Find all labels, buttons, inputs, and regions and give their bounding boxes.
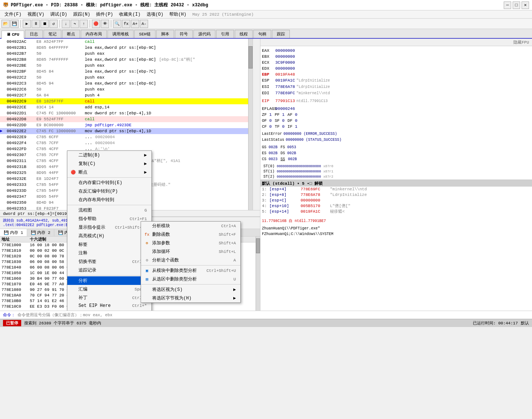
tab-source[interactable]: 源代码 bbox=[193, 30, 215, 38]
disasm-row[interactable]: 004922C3 8D45 94 lea eax,dword ptr ss:[e… bbox=[0, 80, 248, 86]
tab-seh[interactable]: SEH链 bbox=[134, 30, 156, 38]
tab-memory-layout[interactable]: 内存布局 bbox=[81, 30, 107, 38]
sub-view-sel-as[interactable]: 将选区视为(S) ▶ bbox=[141, 285, 240, 294]
sub-remove-type-sel[interactable]: ▤ 从选区中删除类型分析 U bbox=[141, 275, 240, 283]
tb-stepover[interactable]: ↷ bbox=[71, 20, 79, 28]
fpu-text: 隐藏FPU bbox=[513, 40, 529, 45]
menu-file[interactable]: 文件(F) bbox=[1, 10, 25, 18]
tb-watch[interactable]: 👁 bbox=[101, 20, 109, 28]
tb-fx[interactable]: fx bbox=[122, 20, 130, 28]
sub-analyze-func[interactable]: ⚙ 分析这个函数 A bbox=[141, 256, 240, 264]
ctx-patch[interactable]: 补丁 Ctrl+P bbox=[67, 293, 151, 302]
tab-threads[interactable]: 线程 bbox=[235, 30, 253, 38]
disasm-scrollbar[interactable] bbox=[248, 39, 253, 210]
ctx-breakpoint[interactable]: 🔴 断点 ▶ bbox=[67, 168, 151, 177]
menu-favorites[interactable]: 收藏夹(I) bbox=[116, 10, 144, 18]
menu-options[interactable]: 选项(O) bbox=[144, 10, 167, 18]
minimize-button[interactable]: ─ bbox=[504, 1, 511, 9]
tb-search[interactable]: 🔍 bbox=[113, 20, 121, 28]
ctx-highlight[interactable]: 高亮模式(H) H bbox=[67, 232, 151, 240]
disasm-row[interactable]: 004922F4 C785 7CFF ...00020004 bbox=[0, 140, 248, 146]
disasm-row[interactable]: 004922B1 8D85 64FFFFFF lea eax,dword ptr… bbox=[0, 45, 248, 51]
tab-symbols[interactable]: 符号 bbox=[175, 30, 193, 38]
tb-font-larger[interactable]: A+ bbox=[131, 20, 139, 28]
disasm-row[interactable]: 004922DD E9 BC000000 jmp pdftiger.4923DE bbox=[0, 122, 248, 128]
row-instr: call bbox=[85, 39, 248, 45]
sub-add-loop[interactable]: 添加循环 Shift+L bbox=[141, 247, 240, 256]
disasm-row[interactable]: 004922CE 83C4 14 add esp,14 bbox=[0, 104, 248, 110]
sub-remove-type-module[interactable]: ▣ 从模块中删除类型分析 Ctrl+Shift+U bbox=[141, 266, 240, 275]
ctx-binary[interactable]: 二进制(B) ▶ bbox=[67, 151, 151, 159]
ctx-comment[interactable]: 注释 ; bbox=[67, 249, 151, 257]
ctx-label[interactable]: 标签 ▶ bbox=[67, 240, 151, 249]
disasm-row[interactable]: 004922C9 E8 1825F7FF call bbox=[0, 98, 248, 104]
tab-handles[interactable]: 句柄 bbox=[253, 30, 271, 38]
ctx-copy[interactable]: 复制(C) ▶ bbox=[67, 159, 151, 168]
ctx-show-hint[interactable]: 显示指令提示 Ctrl+Shift+F1 bbox=[67, 223, 151, 232]
mem-scrollbar[interactable] bbox=[256, 237, 260, 311]
list-item: 1: [esp+4] 778E69FC "minkernel\\ntd bbox=[260, 187, 532, 192]
tabbar: 🖥 CPU 日志 笔记 断点 内存布局 调用堆栈 SEH链 脚本 符号 源代码 … bbox=[0, 29, 532, 39]
sub-view-sel-bytes-as[interactable]: 将选区字节视为(H) ▶ bbox=[141, 294, 240, 302]
tab-cpu[interactable]: 🖥 CPU bbox=[1, 31, 24, 39]
tab-breakpoints[interactable]: 断点 bbox=[62, 30, 80, 38]
disasm-row[interactable]: 004922D8 E9 5524F7FF call bbox=[0, 116, 248, 122]
disasm-row[interactable]: 004922C6 50 push eax bbox=[0, 86, 248, 92]
mem-tab-2[interactable]: 💾 内存 2 bbox=[27, 229, 54, 236]
disasm-row[interactable]: 004922D1 C745 FC 1D000000 mov dword ptr … bbox=[0, 110, 248, 116]
menu-debug[interactable]: 调试(D) bbox=[47, 10, 70, 18]
disasm-row[interactable]: ► 004922E2 C745 FC 1D000000 mov dword pt… bbox=[0, 128, 248, 134]
sub-analyze-module[interactable]: 分析模块 Ctrl+A bbox=[141, 222, 240, 230]
command-input[interactable] bbox=[17, 313, 529, 317]
sub-al-label: 添加循环 bbox=[152, 248, 170, 255]
tab-references[interactable]: 引用 bbox=[216, 30, 234, 38]
tb-save[interactable]: 💾 bbox=[10, 20, 19, 28]
tb-run[interactable]: ▶ bbox=[23, 20, 31, 28]
ctx-assemble[interactable]: 汇编 Space bbox=[67, 285, 151, 293]
sub-remove-func[interactable]: fx 删除函数 Shift+F bbox=[141, 230, 240, 239]
ctx-goto-disasm[interactable]: 在反汇编中转到(P) bbox=[67, 187, 151, 196]
ctx-toggle-bookmark[interactable]: 切换书签 Ctrl+D bbox=[67, 257, 151, 266]
menu-view[interactable]: 视图(V) bbox=[25, 10, 48, 18]
tb-font-smaller[interactable]: A- bbox=[140, 20, 148, 28]
disasm-row[interactable]: 004922B7 50 push eax bbox=[0, 51, 248, 57]
mem-tab-2-label: 内存 2 bbox=[37, 230, 50, 235]
tab-script[interactable]: 脚本 bbox=[156, 30, 174, 38]
tb-open[interactable]: 📂 bbox=[1, 20, 10, 28]
tb-stepinto[interactable]: ↓ bbox=[62, 20, 70, 28]
tab-notes[interactable]: 笔记 bbox=[44, 30, 61, 38]
ctx-trace-record[interactable]: 追踪记录 ▶ bbox=[67, 266, 151, 274]
disasm-row[interactable]: 004922C7 6A 04 push 4 bbox=[0, 92, 248, 98]
fpu-label[interactable]: 隐藏FPU bbox=[260, 39, 532, 46]
ctx-new-thread[interactable]: 新建线程于此 bbox=[67, 310, 151, 311]
ctx-goto-memlayout[interactable]: 在内存布局中转到 bbox=[67, 196, 151, 204]
stack-header: 默认 (stdcall) ▾ 5 ▪□ 解锁 bbox=[260, 180, 532, 187]
disasm-row[interactable]: 004922B8 8D85 74FFFFFF lea eax,dword ptr… bbox=[0, 57, 248, 63]
tb-stop[interactable]: ⏹ bbox=[41, 20, 49, 28]
mem-tab-1[interactable]: 💾 内存 1 bbox=[0, 229, 27, 236]
ctx-goto-memory[interactable]: 在内存窗口中转到(E) bbox=[67, 178, 151, 187]
tab-trace[interactable]: 跟踪 bbox=[272, 30, 290, 38]
disasm-row[interactable]: 004922BE 50 push eax bbox=[0, 63, 248, 69]
disasm-row[interactable]: 004922BF 8D45 84 lea eax,dword ptr ss:[e… bbox=[0, 69, 248, 74]
ctx-instr-help[interactable]: 指令帮助 Ctrl+F1 bbox=[67, 215, 151, 223]
tab-callstack[interactable]: 调用堆栈 bbox=[108, 30, 134, 38]
disasm-row[interactable]: 004922E9 C785 6CFF ...00020004 bbox=[0, 134, 248, 140]
sub-add-param[interactable]: ⊕ 添加参数 Shift+A bbox=[141, 239, 240, 247]
tb-breakpoint[interactable]: 🔴 bbox=[92, 20, 100, 28]
ctx-flowgraph[interactable]: 流程图 G bbox=[67, 206, 151, 215]
disasm-row[interactable]: 004922C2 50 push eax bbox=[0, 74, 248, 80]
tb-stepout[interactable]: ↑ bbox=[80, 20, 88, 28]
menu-trace[interactable]: 跟踪(N) bbox=[70, 10, 93, 18]
ctx-analyze[interactable]: 分析 ▶ bbox=[67, 276, 151, 285]
tb-pause[interactable]: ⏸ bbox=[32, 20, 40, 28]
tb-restart[interactable]: ↺ bbox=[49, 20, 58, 28]
disasm-row[interactable]: 004922AC E8 A524F7FF call bbox=[0, 39, 248, 45]
menu-help[interactable]: 帮助(H) bbox=[166, 10, 189, 18]
menu-plugins[interactable]: 插件(P) bbox=[93, 10, 116, 18]
close-button[interactable]: ✕ bbox=[522, 1, 529, 9]
ctx-asm-label: 汇编 bbox=[78, 286, 87, 292]
maximize-button[interactable]: □ bbox=[513, 1, 520, 9]
tab-log[interactable]: 日志 bbox=[25, 30, 43, 38]
ctx-set-eip[interactable]: Set EIP Here Ctrl+* bbox=[67, 302, 151, 310]
